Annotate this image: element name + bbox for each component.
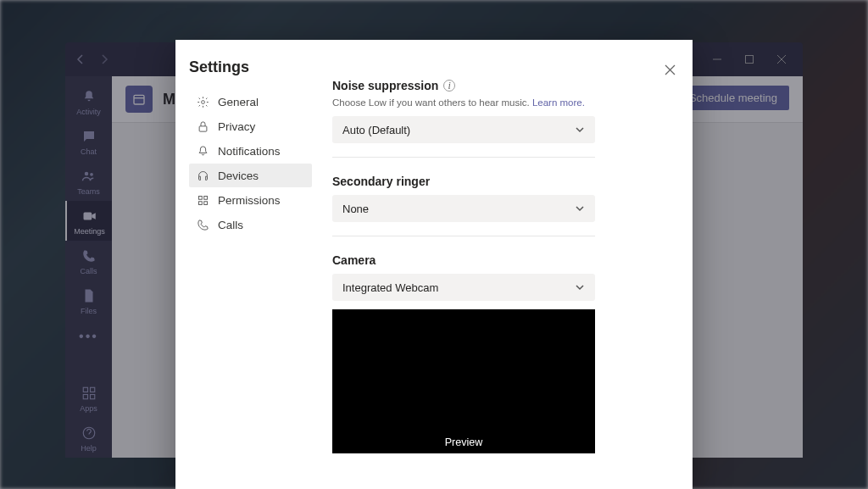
section-heading: Camera — [332, 253, 674, 267]
settings-nav: Settings General Privacy Notifications — [175, 40, 322, 489]
app-grid-icon — [196, 193, 209, 207]
info-icon[interactable]: i — [443, 80, 455, 92]
nav-label: Devices — [218, 169, 259, 182]
settings-nav-devices[interactable]: Devices — [189, 164, 312, 187]
nav-label: Privacy — [218, 120, 255, 133]
section-subtitle: Choose Low if you want others to hear mu… — [332, 97, 674, 108]
svg-rect-13 — [199, 125, 207, 131]
phone-outline-icon — [196, 218, 209, 231]
settings-title: Settings — [189, 58, 312, 76]
settings-nav-notifications[interactable]: Notifications — [189, 139, 312, 163]
settings-nav-permissions[interactable]: Permissions — [189, 188, 312, 212]
secondary-ringer-dropdown[interactable]: None — [332, 195, 595, 222]
section-secondary-ringer: Secondary ringer None — [332, 175, 674, 222]
nav-label: Calls — [218, 219, 243, 231]
chevron-down-icon — [575, 203, 585, 214]
settings-nav-privacy[interactable]: Privacy — [189, 114, 312, 138]
nav-label: Permissions — [218, 194, 281, 207]
close-button[interactable] — [659, 58, 681, 81]
lock-icon — [196, 119, 209, 133]
svg-rect-16 — [198, 201, 202, 204]
settings-content: Noise suppression i Choose Low if you wa… — [322, 40, 693, 489]
svg-rect-14 — [198, 196, 202, 199]
section-heading: Secondary ringer — [332, 175, 674, 188]
svg-point-12 — [201, 100, 204, 103]
learn-more-link[interactable]: Learn more. — [532, 97, 585, 108]
preview-label: Preview — [332, 436, 595, 448]
chevron-down-icon — [575, 282, 585, 292]
dropdown-value: None — [342, 203, 369, 215]
subtitle-text: Choose Low if you want others to hear mu… — [332, 97, 532, 108]
section-camera: Camera Integrated Webcam Preview — [332, 253, 674, 453]
settings-nav-calls[interactable]: Calls — [189, 213, 312, 236]
heading-text: Camera — [332, 253, 376, 267]
heading-text: Secondary ringer — [332, 175, 430, 188]
noise-suppression-dropdown[interactable]: Auto (Default) — [332, 116, 595, 143]
heading-text: Noise suppression — [332, 79, 438, 92]
nav-label: General — [218, 96, 259, 108]
svg-rect-15 — [203, 196, 207, 199]
section-noise-suppression: Noise suppression i Choose Low if you wa… — [332, 79, 674, 143]
divider — [332, 157, 595, 158]
svg-rect-17 — [203, 201, 207, 204]
divider — [332, 236, 595, 236]
gear-icon — [196, 95, 209, 108]
section-heading: Noise suppression i — [332, 79, 674, 92]
dropdown-value: Auto (Default) — [342, 124, 410, 136]
headset-icon — [196, 169, 209, 182]
chevron-down-icon — [575, 125, 585, 135]
nav-label: Notifications — [218, 145, 281, 158]
dropdown-value: Integrated Webcam — [342, 281, 438, 294]
camera-dropdown[interactable]: Integrated Webcam — [332, 274, 595, 301]
camera-preview: Preview — [332, 309, 595, 453]
settings-nav-general[interactable]: General — [189, 90, 312, 114]
settings-modal: Settings General Privacy Notifications — [175, 40, 693, 489]
bell-outline-icon — [196, 144, 209, 158]
